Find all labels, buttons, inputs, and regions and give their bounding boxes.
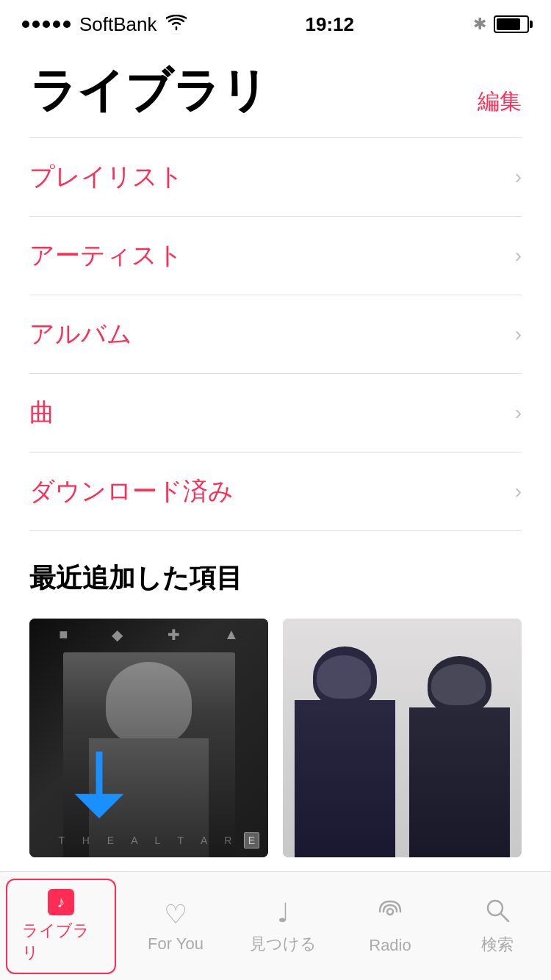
altar-icons-row: ■ ◆ ✚ ▲ xyxy=(29,626,268,644)
menu-label-playlists: プレイリスト xyxy=(29,160,184,194)
menu-item-playlists[interactable]: プレイリスト › xyxy=(29,138,522,217)
radio-icon xyxy=(376,898,404,932)
status-right: ✱ xyxy=(473,15,529,34)
menu-label-songs: 曲 xyxy=(29,396,54,430)
tab-bar: ♪ ライブラリ ♡ For You ♩ 見つける Radio xyxy=(0,871,551,980)
signal-dots xyxy=(22,21,71,28)
menu-item-songs[interactable]: 曲 › xyxy=(29,374,522,453)
recent-section-title: 最近追加した項目 xyxy=(29,561,522,597)
library-note-icon: ♪ xyxy=(57,893,65,912)
status-bar: SoftBank 19:12 ✱ xyxy=(0,0,551,44)
tab-label-library: ライブラリ xyxy=(22,920,100,964)
album-card-tegan[interactable]: Tegan and Sara：夏… xyxy=(283,619,522,895)
tab-radio[interactable]: Radio xyxy=(336,886,444,967)
album-grid: ■ ◆ ✚ ▲ T H E A L T A R E xyxy=(29,619,522,895)
tab-label-foryou: For You xyxy=(148,934,204,954)
chevron-icon-downloads: › xyxy=(515,480,522,503)
tab-label-radio: Radio xyxy=(369,936,411,955)
music-note-icon: ♩ xyxy=(277,898,289,929)
recent-section: 最近追加した項目 ■ ◆ ✚ ▲ xyxy=(0,531,551,909)
tab-label-search: 検索 xyxy=(481,934,514,956)
battery-body xyxy=(494,15,529,33)
library-icon: ♪ xyxy=(48,889,74,915)
menu-label-downloads: ダウンロード済み xyxy=(29,475,234,508)
tegan-artwork-bg xyxy=(283,619,522,857)
signal-dot-2 xyxy=(32,21,40,28)
tab-browse[interactable]: ♩ 見つける xyxy=(229,886,336,967)
menu-label-artists: アーティスト xyxy=(29,239,183,273)
tab-label-browse: 見つける xyxy=(250,933,317,955)
chevron-icon-playlists: › xyxy=(515,165,522,189)
carrier-name: SoftBank xyxy=(79,13,157,36)
chevron-icon-songs: › xyxy=(515,401,522,425)
tab-search[interactable]: 検索 xyxy=(444,885,551,968)
altar-artwork-bg: ■ ◆ ✚ ▲ T H E A L T A R E xyxy=(29,619,268,857)
signal-dot-1 xyxy=(22,21,29,28)
heart-icon: ♡ xyxy=(164,899,187,930)
status-time: 19:12 xyxy=(306,13,355,36)
menu-label-albums: アルバム xyxy=(29,317,132,351)
battery-indicator xyxy=(494,15,529,33)
menu-item-downloads[interactable]: ダウンロード済み › xyxy=(29,453,522,531)
battery-fill xyxy=(497,18,520,30)
download-arrow xyxy=(73,752,125,828)
page-header: ライブラリ 編集 xyxy=(0,44,551,137)
tab-foryou[interactable]: ♡ For You xyxy=(122,887,229,965)
menu-item-albums[interactable]: アルバム › xyxy=(29,295,522,374)
svg-point-2 xyxy=(387,909,393,915)
page-title: ライブラリ xyxy=(29,59,268,123)
menu-list: プレイリスト › アーティスト › アルバム › 曲 › ダウンロード済み › xyxy=(29,138,522,531)
altar-bottom-text: T H E A L T A R xyxy=(29,834,268,847)
album-cover-altar: ■ ◆ ✚ ▲ T H E A L T A R E xyxy=(29,619,268,857)
tab-library[interactable]: ♪ ライブラリ xyxy=(6,879,116,974)
wifi-icon xyxy=(166,15,187,34)
svg-point-3 xyxy=(488,901,503,915)
svg-marker-1 xyxy=(75,794,124,818)
status-left: SoftBank xyxy=(22,13,187,36)
figure-right xyxy=(409,652,510,858)
menu-item-artists[interactable]: アーティスト › xyxy=(29,217,522,295)
edit-button[interactable]: 編集 xyxy=(478,87,522,123)
album-cover-tegan xyxy=(283,619,522,857)
chevron-icon-artists: › xyxy=(515,244,522,267)
chevron-icon-albums: › xyxy=(515,323,522,346)
bluetooth-icon: ✱ xyxy=(473,15,486,34)
figure-left xyxy=(295,643,395,858)
explicit-badge: E xyxy=(244,832,259,849)
signal-dot-5 xyxy=(63,21,71,28)
signal-dot-4 xyxy=(53,21,60,28)
search-icon xyxy=(484,897,511,929)
svg-line-4 xyxy=(501,914,508,921)
album-card-altar[interactable]: ■ ◆ ✚ ▲ T H E A L T A R E xyxy=(29,619,268,895)
signal-dot-3 xyxy=(43,21,50,28)
